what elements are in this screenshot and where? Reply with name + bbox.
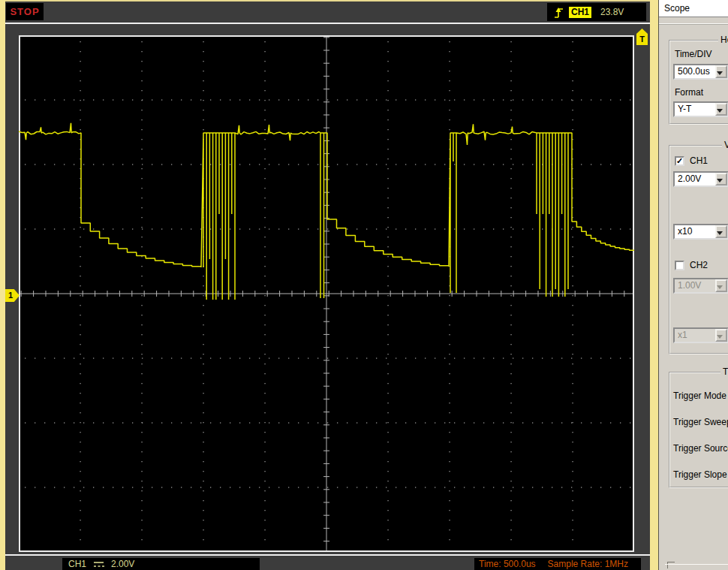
format-value: Y-T (678, 104, 691, 115)
window-trim-left (0, 0, 5, 570)
ch2-scale-value: 1.00V (678, 280, 701, 291)
timediv-dropdown-button[interactable] (715, 65, 727, 78)
chevron-down-icon (717, 231, 723, 235)
trigger-level-readout: 23.8V (600, 7, 624, 17)
trigger-slope-label: Trigger Slope (673, 469, 727, 480)
format-dropdown-button[interactable] (715, 103, 727, 116)
ch2-scale-dropdown-button (715, 279, 727, 292)
ch1-scale-value: 2.00V (678, 173, 701, 185)
panel-ridge-divider (659, 23, 728, 25)
ch1-probe-select[interactable]: x10 (673, 224, 728, 240)
waveform-canvas (19, 35, 634, 552)
ch2-enable-row: CH2 (675, 260, 708, 270)
dc-coupling-icon (93, 560, 104, 568)
format-label: Format (675, 87, 703, 98)
trigger-readout-box: CH1 23.8V (547, 3, 646, 21)
ch1-position-marker[interactable]: 1 (5, 289, 20, 302)
panel-footer-control (667, 562, 675, 568)
panel-title: Scope (659, 0, 728, 17)
chevron-down-icon (717, 179, 723, 182)
trigger-group: Trigger Trigger Mode Trigger Sweep Trigg… (669, 372, 728, 488)
timediv-value: 500.0us (678, 66, 710, 77)
ch1-readout-label: CH1 (68, 559, 86, 569)
timediv-label: Time/DIV (675, 49, 712, 59)
chevron-down-icon (717, 109, 723, 113)
chevron-down-icon (717, 71, 723, 75)
vertical-group: Vertical ✓ CH1 2.00V x10 CH2 1.00V x1 (669, 145, 728, 354)
graticule-display[interactable] (19, 35, 634, 552)
rising-edge-trigger-icon (553, 5, 564, 20)
ch2-probe-dropdown-button (715, 329, 727, 342)
timediv-select[interactable]: 500.0us (673, 64, 728, 80)
ch1-checkbox-label: CH1 (690, 155, 708, 166)
window-trim-top (5, 0, 650, 2)
window-trim-right (650, 0, 658, 570)
ch1-probe-value: x10 (678, 226, 692, 237)
ch2-checkbox[interactable] (675, 261, 684, 270)
ch1-checkbox[interactable]: ✓ (675, 156, 684, 166)
format-select[interactable]: Y-T (673, 101, 728, 117)
horizontal-group: Horizontal Time/DIV 500.0us Format Y-T (669, 40, 728, 125)
control-panel: Scope Horizontal Time/DIV 500.0us Format… (658, 0, 728, 570)
ch1-scale-readout: CH1 2.00V (62, 558, 260, 570)
timebase-readout: Time: 500.0us Sample Rate: 1MHz (474, 558, 641, 570)
trigger-sweep-label: Trigger Sweep (673, 417, 728, 427)
ch1-scale-dropdown-button[interactable] (715, 173, 727, 185)
trigger-mode-label: Trigger Mode (673, 391, 726, 401)
sample-rate-readout: Sample Rate: 1MHz (548, 559, 628, 569)
ch2-probe-value: x1 (678, 330, 687, 341)
trigger-source-label: Trigger Source (673, 443, 728, 454)
scope-display-region: STOP CH1 23.8V 1 T CH1 2.00V Time: 500.0… (5, 0, 650, 570)
trigger-channel-badge: CH1 (569, 7, 591, 18)
ch1-probe-dropdown-button[interactable] (715, 225, 727, 238)
ch2-probe-select: x1 (673, 327, 728, 343)
top-separator-line (5, 23, 650, 24)
acquisition-status-readout: STOP (6, 3, 44, 20)
ch2-scale-select: 1.00V (673, 278, 728, 294)
chevron-down-icon (717, 285, 723, 289)
time-per-div-readout: Time: 500.0us (479, 559, 536, 569)
trigger-position-marker[interactable]: T (636, 29, 648, 45)
vertical-group-label: Vertical (722, 140, 728, 150)
bottom-separator-line (5, 554, 650, 556)
trigger-group-label: Trigger (720, 366, 728, 377)
ch1-volts-per-div: 2.00V (111, 559, 134, 569)
chevron-down-icon (717, 335, 723, 339)
panel-footer-line (665, 564, 728, 565)
ch2-checkbox-label: CH2 (690, 260, 708, 270)
ch1-enable-row: ✓ CH1 (675, 155, 708, 166)
ch1-scale-select[interactable]: 2.00V (673, 171, 728, 187)
horizontal-group-label: Horizontal (718, 35, 728, 45)
